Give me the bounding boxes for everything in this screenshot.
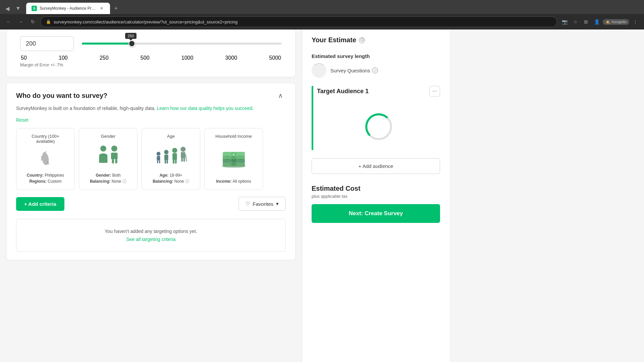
gender-card-info: Gender: Both Balancing: None ⓘ [85, 172, 132, 184]
back-btn[interactable]: ← [4, 17, 13, 26]
svg-rect-18 [175, 160, 176, 164]
income-card[interactable]: Household Income [204, 128, 263, 190]
gender-card-icon [95, 143, 122, 168]
chevron-down-icon: ▾ [276, 201, 279, 207]
age-card-info: Age: 18-99+ Balancing: None ⓘ [147, 172, 195, 184]
survey-questions-spinner [312, 63, 326, 78]
svg-rect-13 [164, 160, 166, 163]
income-card-info: Income: All options [210, 178, 257, 184]
slider-label-50: 50 [21, 55, 27, 61]
slider-label-250: 250 [100, 55, 109, 61]
gender-card[interactable]: Gender [79, 128, 138, 190]
svg-rect-5 [112, 159, 114, 163]
slider-label-100: 100 [59, 55, 68, 61]
svg-rect-21 [181, 158, 183, 162]
new-tab-btn[interactable]: + [111, 4, 121, 13]
green-accent-line [312, 86, 313, 150]
svg-rect-8 [157, 156, 160, 160]
survey-questions-info-icon[interactable]: ⓘ [372, 67, 378, 73]
survey-length-label: Estimated survey length [312, 53, 440, 59]
age-card-title: Age [167, 134, 175, 139]
browser-icons: 📷 ☆ ⊞ 👤 🕵️ Incognito ⋮ [560, 17, 640, 26]
forward-btn[interactable]: → [16, 17, 25, 26]
address-bar[interactable]: 🔒 surveymonkey.com/collect/audience/calc… [40, 16, 557, 27]
slider-label-3000: 3000 [225, 55, 237, 61]
gender-card-title: Gender [101, 134, 115, 139]
estimate-info-icon[interactable]: ⓘ [359, 37, 365, 43]
income-icon: $ [220, 148, 247, 169]
estimated-cost-section: Estimated Cost plus applicable tax Next:… [312, 185, 440, 223]
criteria-actions: + Add criteria ♡ Favorites ▾ [7, 197, 295, 219]
survey-questions-row: Survey Questions ⓘ [312, 63, 440, 78]
star-icon[interactable]: ☆ [571, 17, 580, 26]
target-audience-menu-btn[interactable]: ··· [429, 86, 440, 97]
svg-rect-22 [183, 158, 185, 162]
add-criteria-button[interactable]: + Add criteria [16, 197, 64, 211]
browser-tab-list-btn[interactable]: ▼ [13, 4, 23, 13]
slider-bubble: 250 [125, 33, 137, 39]
collapse-btn[interactable]: ∧ [275, 90, 286, 101]
country-card[interactable]: Country (100+ available) Country: Philip… [16, 128, 75, 190]
slider-thumb[interactable] [128, 40, 135, 47]
tax-label: plus applicable tax [312, 194, 440, 199]
survey-section-title: Who do you want to survey? [16, 92, 107, 100]
age-card-icon [154, 143, 188, 168]
split-view-icon[interactable]: ⊞ [581, 17, 591, 26]
next-create-survey-button[interactable]: Next: Create Survey [312, 204, 440, 223]
country-card-icon [36, 148, 56, 168]
survey-questions-label: Survey Questions ⓘ [330, 67, 378, 73]
address-bar-row: ← → ↻ 🔒 surveymonkey.com/collect/audienc… [0, 14, 644, 29]
reset-button[interactable]: Reset [16, 117, 29, 123]
target-audience-title: Target Audience 1 [317, 88, 369, 95]
heart-icon: ♡ [246, 201, 250, 207]
target-audience-section: Target Audience 1 ··· [312, 86, 440, 150]
tab-title: SurveyMonkey - Audience Pre... [40, 6, 96, 11]
tab-bar: ◀ ▼ S SurveyMonkey - Audience Pre... ✕ + [0, 0, 644, 14]
income-card-title: Household Income [215, 134, 252, 139]
reload-btn[interactable]: ↻ [28, 17, 38, 26]
svg-rect-16 [172, 153, 177, 160]
sample-input-row: 250 [20, 36, 282, 51]
svg-point-0 [100, 145, 106, 152]
see-all-criteria-link[interactable]: See all targeting criteria [23, 237, 279, 242]
sample-size-input[interactable] [20, 36, 74, 51]
criteria-cards: Country (100+ available) Country: Philip… [7, 128, 295, 197]
survey-header: Who do you want to survey? ∧ [7, 83, 295, 105]
slider-label-500: 500 [141, 55, 150, 61]
loading-spinner [365, 113, 392, 140]
age-card[interactable]: Age [142, 128, 200, 190]
favorites-button[interactable]: ♡ Favorites ▾ [238, 197, 286, 211]
slider-labels-row: 50 100 250 500 1000 3000 5000 [20, 55, 282, 61]
add-audience-button[interactable]: + Add audience [312, 158, 440, 174]
browser-back-btn[interactable]: ◀ [3, 4, 12, 13]
estimate-title: Your Estimate [312, 36, 356, 44]
slider-track [82, 43, 282, 45]
tab-close-btn[interactable]: ✕ [99, 5, 105, 11]
url-text: surveymonkey.com/collect/audience/calcul… [54, 19, 551, 24]
no-targeting-message: You haven't added any targeting options … [23, 229, 279, 234]
svg-point-26 [231, 163, 236, 166]
svg-rect-17 [173, 160, 174, 164]
profile-icon[interactable]: 👤 [592, 17, 601, 26]
svg-rect-10 [159, 160, 160, 163]
main-content: 250 50 100 250 500 1000 3000 5000 Margin… [0, 29, 302, 362]
incognito-badge: 🕵️ Incognito [603, 19, 629, 25]
margin-error: Margin of Error +/- 7% [20, 62, 282, 67]
svg-point-3 [111, 145, 117, 152]
menu-icon[interactable]: ⋮ [631, 17, 640, 26]
camera-icon[interactable]: 📷 [560, 17, 569, 26]
gender-icon [95, 144, 122, 167]
income-card-icon: $ [220, 143, 247, 174]
loading-container [317, 103, 440, 150]
slider-label-1000: 1000 [181, 55, 194, 61]
svg-point-28 [231, 159, 236, 162]
sample-section: 250 50 100 250 500 1000 3000 5000 Margin… [7, 29, 295, 77]
page-layout: 250 50 100 250 500 1000 3000 5000 Margin… [0, 29, 644, 362]
active-tab[interactable]: S SurveyMonkey - Audience Pre... ✕ [26, 3, 110, 14]
svg-rect-14 [166, 160, 168, 163]
lock-icon: 🔒 [46, 19, 51, 24]
svg-rect-4 [111, 153, 118, 160]
svg-text:$: $ [233, 153, 234, 156]
data-quality-link[interactable]: Learn how our data quality helps you suc… [157, 106, 254, 111]
right-sidebar: Your Estimate ⓘ Estimated survey length … [302, 29, 449, 362]
